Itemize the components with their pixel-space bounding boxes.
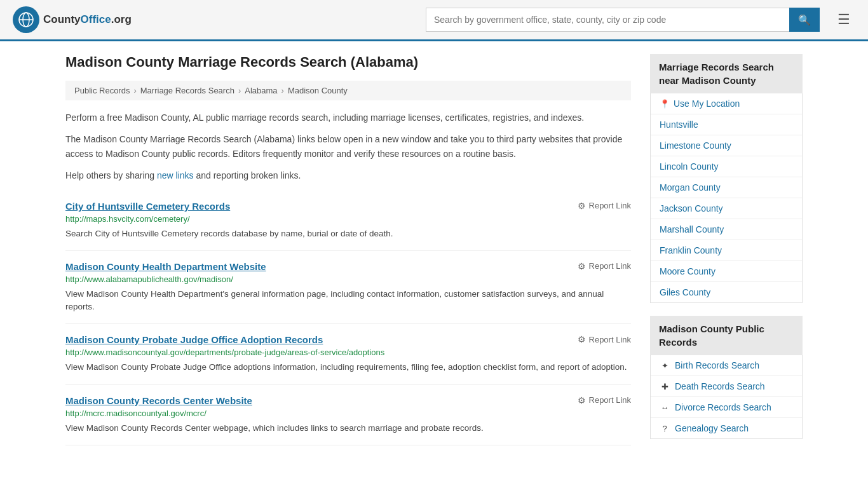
birth-icon: ✦	[660, 361, 670, 370]
result-url-1[interactable]: http://www.alabamapublichealth.gov/madis…	[65, 274, 631, 284]
genealogy-icon: ?	[660, 424, 670, 433]
divorce-icon: ↔	[660, 403, 670, 412]
report-icon-0: ⚙	[578, 201, 586, 211]
description-3: Help others by sharing new links and rep…	[65, 168, 631, 182]
nearby-limestone[interactable]: Limestone County	[651, 135, 802, 156]
breadcrumb-current: Madison County	[288, 86, 348, 95]
result-title-0[interactable]: City of Huntsville Cemetery Records	[65, 201, 230, 212]
breadcrumb-alabama[interactable]: Alabama	[245, 86, 277, 95]
nearby-huntsville[interactable]: Huntsville	[651, 114, 802, 135]
report-link-3[interactable]: ⚙ Report Link	[578, 395, 631, 405]
report-text-3: Report Link	[589, 395, 631, 405]
divorce-records-link[interactable]: Divorce Records Search	[675, 402, 771, 412]
divorce-records-item[interactable]: ↔ Divorce Records Search	[651, 397, 802, 418]
death-records-link[interactable]: Death Records Search	[675, 381, 765, 391]
logo-text: CountyOffice.org	[43, 13, 132, 26]
breadcrumb-sep-1: ›	[133, 86, 136, 95]
report-icon-2: ⚙	[578, 334, 586, 344]
use-my-location-link[interactable]: Use My Location	[674, 98, 740, 109]
report-icon-1: ⚙	[578, 261, 586, 271]
result-header-2: Madison County Probate Judge Office Adop…	[65, 334, 631, 345]
result-item-3: Madison County Records Center Website ⚙ …	[65, 385, 631, 445]
breadcrumb-sep-2: ›	[238, 86, 241, 95]
result-header-0: City of Huntsville Cemetery Records ⚙ Re…	[65, 201, 631, 212]
main-container: Madison County Marriage Records Search (…	[53, 41, 815, 464]
birth-records-link[interactable]: Birth Records Search	[675, 360, 759, 370]
report-link-2[interactable]: ⚙ Report Link	[578, 334, 631, 344]
genealogy-item[interactable]: ? Genealogy Search	[651, 418, 802, 438]
genealogy-link[interactable]: Genealogy Search	[675, 423, 749, 433]
result-desc-2: View Madison County Probate Judge Office…	[65, 361, 631, 374]
nearby-jackson[interactable]: Jackson County	[651, 198, 802, 219]
result-desc-1: View Madison County Health Department's …	[65, 288, 631, 314]
search-button[interactable]: 🔍	[789, 8, 820, 32]
breadcrumb-marriage-records[interactable]: Marriage Records Search	[140, 86, 234, 95]
result-item-0: City of Huntsville Cemetery Records ⚙ Re…	[65, 191, 631, 251]
site-header: CountyOffice.org 🔍 ☰	[0, 0, 868, 41]
nearby-morgan[interactable]: Morgan County	[651, 177, 802, 198]
report-link-0[interactable]: ⚙ Report Link	[578, 201, 631, 211]
nearby-list: 📍 Use My Location Huntsville Limestone C…	[650, 93, 803, 303]
public-records-list: ✦ Birth Records Search ✚ Death Records S…	[650, 355, 803, 439]
results-list: City of Huntsville Cemetery Records ⚙ Re…	[65, 191, 631, 445]
pin-icon: 📍	[660, 99, 670, 109]
result-header-3: Madison County Records Center Website ⚙ …	[65, 395, 631, 406]
public-records-header: Madison County Public Records	[650, 316, 803, 355]
content-area: Madison County Marriage Records Search (…	[65, 54, 631, 452]
result-url-0[interactable]: http://maps.hsvcity.com/cemetery/	[65, 214, 631, 224]
result-header-1: Madison County Health Department Website…	[65, 261, 631, 272]
nearby-giles[interactable]: Giles County	[651, 282, 802, 302]
nearby-moore[interactable]: Moore County	[651, 261, 802, 282]
logo-icon	[13, 6, 39, 33]
page-title: Madison County Marriage Records Search (…	[65, 54, 631, 71]
result-item-2: Madison County Probate Judge Office Adop…	[65, 324, 631, 384]
menu-button[interactable]: ☰	[832, 9, 855, 30]
use-my-location-item[interactable]: 📍 Use My Location	[651, 93, 802, 114]
result-item-1: Madison County Health Department Website…	[65, 251, 631, 325]
nearby-section: Marriage Records Search near Madison Cou…	[650, 54, 803, 303]
nearby-header: Marriage Records Search near Madison Cou…	[650, 54, 803, 93]
breadcrumb-sep-3: ›	[281, 86, 284, 95]
death-icon: ✚	[660, 382, 670, 391]
result-title-3[interactable]: Madison County Records Center Website	[65, 395, 252, 406]
result-desc-0: Search City of Huntsville Cemetery recor…	[65, 227, 631, 240]
birth-records-item[interactable]: ✦ Birth Records Search	[651, 355, 802, 376]
breadcrumb-public-records[interactable]: Public Records	[74, 86, 130, 95]
result-title-1[interactable]: Madison County Health Department Website	[65, 261, 266, 272]
report-text-2: Report Link	[589, 335, 631, 344]
nearby-lincoln[interactable]: Lincoln County	[651, 156, 802, 177]
report-link-1[interactable]: ⚙ Report Link	[578, 261, 631, 271]
report-text-1: Report Link	[589, 261, 631, 271]
site-logo[interactable]: CountyOffice.org	[13, 6, 132, 33]
description-2: The Madison County Marriage Records Sear…	[65, 132, 631, 161]
nearby-marshall[interactable]: Marshall County	[651, 219, 802, 240]
result-desc-3: View Madison County Records Center webpa…	[65, 422, 631, 435]
report-icon-3: ⚙	[578, 395, 586, 405]
search-input[interactable]	[426, 8, 789, 32]
nearby-franklin[interactable]: Franklin County	[651, 240, 802, 261]
description-1: Perform a free Madison County, AL public…	[65, 111, 631, 125]
result-url-3[interactable]: http://mcrc.madisoncountyal.gov/mcrc/	[65, 409, 631, 418]
new-links-link[interactable]: new links	[157, 170, 194, 180]
report-text-0: Report Link	[589, 201, 631, 210]
search-area: 🔍	[426, 8, 820, 32]
result-url-2[interactable]: http://www.madisoncountyal.gov/departmen…	[65, 348, 631, 357]
sidebar: Marriage Records Search near Madison Cou…	[650, 54, 803, 452]
public-records-section: Madison County Public Records ✦ Birth Re…	[650, 316, 803, 439]
breadcrumb: Public Records › Marriage Records Search…	[65, 81, 631, 100]
result-title-2[interactable]: Madison County Probate Judge Office Adop…	[65, 334, 323, 345]
death-records-item[interactable]: ✚ Death Records Search	[651, 376, 802, 397]
